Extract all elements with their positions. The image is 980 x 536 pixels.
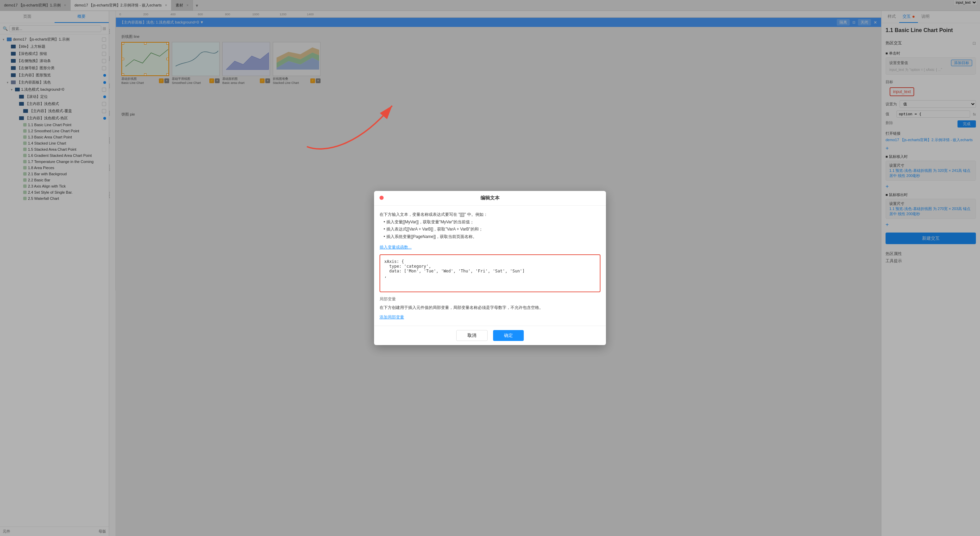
dialog-close-dot[interactable] <box>380 196 383 200</box>
bullet-2: • 插入表达式[[VarA + VarB]]，获取"VarA + VarB"的和… <box>383 227 483 232</box>
edit-text-dialog: 编辑文本 在下方输入文本，变量名称或表达式要写在 "[[]]" 中。例如： • … <box>374 191 606 345</box>
dialog-description: 在下方输入文本，变量名称或表达式要写在 "[[]]" 中。例如： • 插入变量[… <box>380 211 600 240</box>
code-textarea[interactable]: xAxis: { type: 'category', data: ['Mon',… <box>384 259 596 286</box>
cancel-btn[interactable]: 取消 <box>456 330 488 341</box>
code-input-area: xAxis: { type: 'category', data: ['Mon',… <box>380 254 600 292</box>
local-var-desc: 在下方创建用于插入元件值的局部变量，局部变量名称必须是字母数字，不允许包含空格。 <box>380 304 600 312</box>
dialog-footer: 取消 确定 <box>374 326 606 345</box>
dialog-header: 编辑文本 <box>374 191 606 205</box>
add-var-link[interactable]: 添加局部变量 <box>380 315 404 320</box>
dialog-overlay: 编辑文本 在下方输入文本，变量名称或表达式要写在 "[[]]" 中。例如： • … <box>0 0 980 536</box>
local-var-title: 局部变量 <box>380 296 600 302</box>
confirm-btn[interactable]: 确定 <box>493 330 524 341</box>
bullet-1: • 插入变量[[MyVar]]，获取变量"MyVar"的当前值； <box>383 219 474 224</box>
bullet-3: • 插入系统变量[[PageName]]，获取当前页面名称。 <box>383 234 477 239</box>
dialog-title: 编辑文本 <box>387 195 593 201</box>
dialog-body: 在下方输入文本，变量名称或表达式要写在 "[[]]" 中。例如： • 插入变量[… <box>374 205 606 326</box>
insert-link[interactable]: 插入变量或函数... <box>380 245 600 250</box>
